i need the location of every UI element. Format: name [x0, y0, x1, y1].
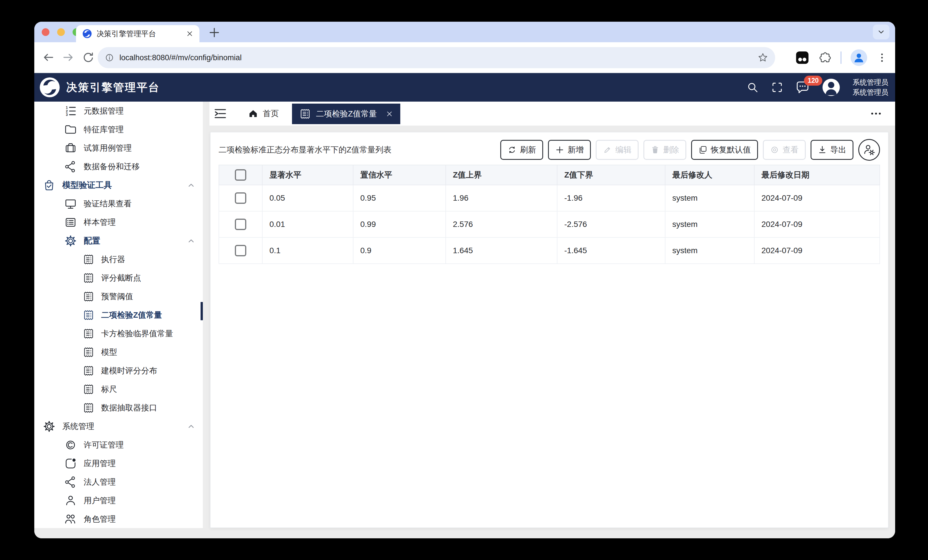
sidebar-item-role-management[interactable]: 角色管理: [34, 510, 206, 528]
sidebar-item-sample-management[interactable]: 样本管理: [34, 213, 206, 231]
column-header[interactable]: 显著水平: [262, 165, 353, 185]
sidebar-item-metadata[interactable]: 元数据管理: [34, 102, 206, 120]
receipt-icon: [83, 383, 94, 395]
copyright-icon: [64, 439, 77, 451]
sidebar-section-config[interactable]: 配置: [34, 231, 206, 250]
url-text[interactable]: localhost:8080/#/mv/config/binomial: [119, 53, 752, 62]
sidebar-item-backup-migration[interactable]: 数据备份和迁移: [34, 157, 206, 176]
select-all-checkbox[interactable]: [235, 169, 246, 181]
sidebar-item-trial-cases[interactable]: 试算用例管理: [34, 139, 206, 157]
tab-binomial-z-constants[interactable]: 二项检验Z值常量: [292, 103, 400, 124]
row-checkbox[interactable]: [235, 245, 246, 256]
sidebar-scrollbar-track[interactable]: [203, 102, 206, 528]
view-button[interactable]: 查看: [763, 140, 806, 160]
edit-icon: [603, 145, 612, 154]
list-title: 二项检验标准正态分布显著水平下的Z值常量列表: [218, 145, 391, 155]
sidebar-item-data-extractor-interface[interactable]: 数据抽取器接口: [34, 399, 206, 417]
column-header[interactable]: 最后修改日期: [754, 165, 880, 185]
refresh-button[interactable]: 刷新: [500, 140, 543, 160]
row-checkbox[interactable]: [235, 192, 246, 204]
sidebar-item-binomial-z-constants[interactable]: 二项检验Z值常量: [34, 306, 206, 324]
column-header[interactable]: Z值上界: [446, 165, 557, 185]
edit-button[interactable]: 编辑: [596, 140, 639, 160]
search-icon[interactable]: [746, 81, 759, 94]
address-bar[interactable]: localhost:8080/#/mv/config/binomial: [98, 47, 775, 68]
user-avatar[interactable]: [822, 78, 841, 97]
app-logo-icon: [39, 76, 61, 98]
close-tab-icon[interactable]: [186, 30, 193, 37]
cell-z-lower: -1.645: [557, 237, 665, 264]
column-header[interactable]: Z值下界: [557, 165, 665, 185]
cell-modified-date: 2024-07-09: [754, 211, 880, 237]
back-icon[interactable]: [42, 51, 55, 64]
chevron-up-icon: [187, 237, 195, 245]
delete-button[interactable]: 删除: [643, 140, 686, 160]
close-window-button[interactable]: [42, 28, 49, 36]
user-info[interactable]: 系统管理员 系统管理员: [853, 78, 888, 97]
browser-tab[interactable]: 决策引擎管理平台: [76, 25, 200, 42]
reload-icon[interactable]: [82, 51, 95, 64]
sidebar-item-app-management[interactable]: 应用管理: [34, 454, 206, 473]
site-info-icon[interactable]: [105, 53, 114, 62]
sidebar-item-model[interactable]: 模型: [34, 343, 206, 361]
extension-icon[interactable]: [795, 50, 810, 65]
table-row[interactable]: 0.01 0.99 2.576 -2.576 system 2024-07-09: [219, 211, 880, 237]
receipt-icon: [83, 291, 94, 302]
content-card: 二项检验标准正态分布显著水平下的Z值常量列表 刷新 新增 编辑 删除: [210, 132, 888, 528]
favicon: [82, 29, 92, 38]
column-settings-button[interactable]: [858, 139, 880, 161]
sidebar-item-scale[interactable]: 标尺: [34, 380, 206, 399]
user-role: 系统管理员: [853, 87, 888, 97]
collapse-sidebar-icon[interactable]: [214, 107, 227, 120]
cell-z-upper: 1.645: [446, 237, 557, 264]
extensions-puzzle-icon[interactable]: [819, 52, 832, 64]
cell-modified-by: system: [665, 211, 754, 237]
row-checkbox[interactable]: [235, 219, 246, 230]
cell-z-upper: 2.576: [446, 211, 557, 237]
toolbar-divider: [841, 52, 841, 64]
sidebar-item-warning-threshold[interactable]: 预警阈值: [34, 287, 206, 306]
browser-menu-icon[interactable]: [876, 52, 888, 63]
sidebar-item-feature-library[interactable]: 特征库管理: [34, 120, 206, 139]
close-tab-icon[interactable]: [386, 111, 393, 117]
profile-avatar-icon: [852, 51, 865, 64]
trash-icon: [650, 145, 660, 154]
table-row[interactable]: 0.1 0.9 1.645 -1.645 system 2024-07-09: [219, 237, 880, 264]
profile-button[interactable]: [850, 49, 867, 66]
sidebar-item-chisquare-critical-constants[interactable]: 卡方检验临界值常量: [34, 324, 206, 343]
new-tab-button[interactable]: [208, 26, 221, 39]
cell-significance: 0.05: [262, 185, 353, 211]
bookmark-star-icon[interactable]: [757, 52, 768, 63]
receipt-icon: [83, 309, 94, 321]
app-dot-icon: [64, 457, 77, 470]
sidebar-item-license-management[interactable]: 许可证管理: [34, 435, 206, 454]
messages-button[interactable]: 120: [795, 80, 810, 94]
fullscreen-icon[interactable]: [771, 81, 783, 94]
sidebar-item-validation-results[interactable]: 验证结果查看: [34, 194, 206, 213]
export-button[interactable]: 导出: [810, 140, 853, 160]
sidebar-item-legal-entity-management[interactable]: 法人管理: [34, 473, 206, 491]
sidebar-item-modeling-score-distribution[interactable]: 建模时评分分布: [34, 361, 206, 380]
cell-confidence: 0.95: [353, 185, 446, 211]
restore-defaults-button[interactable]: 恢复默认值: [691, 140, 758, 160]
refresh-icon: [507, 145, 517, 154]
sidebar-item-executor[interactable]: 执行器: [34, 250, 206, 269]
column-header[interactable]: 置信水平: [353, 165, 446, 185]
sidebar-section-model-validation[interactable]: 模型验证工具: [34, 176, 206, 194]
column-header[interactable]: 最后修改人: [665, 165, 754, 185]
forward-icon[interactable]: [62, 51, 75, 64]
receipt-icon: [83, 272, 94, 284]
sidebar-section-system-management[interactable]: 系统管理: [34, 417, 206, 435]
web-page: 决策引擎管理平台 120 系统管理员 系统管理员 元数据管理: [34, 73, 895, 538]
tab-overflow-menu-icon[interactable]: [868, 109, 884, 118]
add-button[interactable]: 新增: [548, 140, 591, 160]
home-icon: [248, 108, 258, 119]
sidebar-item-user-management[interactable]: 用户管理: [34, 491, 206, 510]
tab-search-button[interactable]: [873, 24, 890, 40]
receipt-icon: [299, 108, 311, 120]
tab-home[interactable]: 首页: [248, 102, 279, 126]
list-card-icon: [64, 216, 77, 228]
sidebar-item-score-cutoff[interactable]: 评分截断点: [34, 269, 206, 287]
table-row[interactable]: 0.05 0.95 1.96 -1.96 system 2024-07-09: [219, 185, 880, 211]
minimize-window-button[interactable]: [57, 28, 65, 36]
